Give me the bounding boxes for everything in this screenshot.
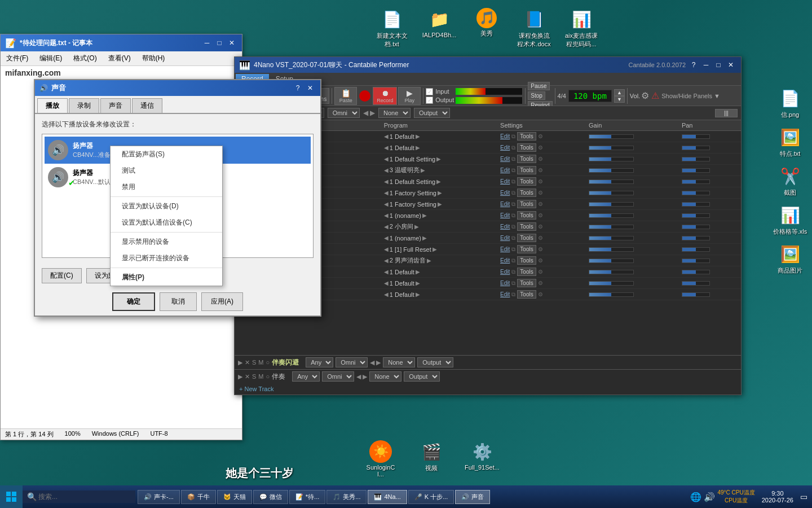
ctx-show-disconnected[interactable]: 显示已断开连接的设备 <box>111 250 222 266</box>
edit-link-12[interactable]: Edit <box>500 269 510 275</box>
edit-link-0[interactable]: Edit <box>500 133 510 139</box>
bpm-down-btn[interactable]: ▼ <box>614 96 625 103</box>
pan-slider-4[interactable] <box>682 179 710 184</box>
taskbar-item-4nano[interactable]: 🎹 4Na... <box>368 490 407 504</box>
filter-col-btn[interactable]: ||| <box>715 109 738 117</box>
tab-recording[interactable]: 录制 <box>69 98 99 113</box>
tools-btn-1[interactable]: Tools <box>517 143 536 152</box>
edit-link-14[interactable]: Edit <box>500 291 510 297</box>
tools-btn-4[interactable]: Tools <box>517 177 536 186</box>
prog-arrow-left-0[interactable]: ◀ <box>384 133 389 139</box>
prog-arrow-right-4[interactable]: ▶ <box>436 178 441 185</box>
tools-btn-11[interactable]: Tools <box>517 256 536 265</box>
alert-icon[interactable]: ⚠ <box>651 90 659 101</box>
prog-arrow-right-8[interactable]: ▶ <box>414 224 419 230</box>
settings-gear-icon-2[interactable]: ⚙ <box>538 156 543 162</box>
pan-slider-6[interactable] <box>682 202 710 207</box>
ctx-set-default-comm[interactable]: 设置为默认通信设备(C) <box>111 214 222 231</box>
track-s-icon[interactable]: S <box>252 359 256 366</box>
settings-copy-icon-14[interactable]: ⧉ <box>511 291 515 298</box>
input-checkbox[interactable]: ✓ <box>426 88 433 95</box>
pan-slider-0[interactable] <box>682 134 710 139</box>
notepad-menu-file[interactable]: 文件(F) <box>3 52 32 64</box>
settings-gear-icon-1[interactable]: ⚙ <box>538 144 543 151</box>
ctx-show-disabled[interactable]: 显示禁用的设备 <box>111 234 222 250</box>
settings-copy-icon-0[interactable]: ⧉ <box>511 133 515 140</box>
sound-dialog-help-btn[interactable]: ? <box>292 82 303 94</box>
gain-slider-8[interactable] <box>589 225 634 229</box>
gain-slider-12[interactable] <box>589 270 634 274</box>
pan-slider-2[interactable] <box>682 157 710 161</box>
ctx-test[interactable]: 测试 <box>111 163 222 179</box>
edit-link-1[interactable]: Edit <box>500 144 510 151</box>
prog-arrow-right-13[interactable]: ▶ <box>416 280 420 286</box>
record-indicator[interactable] <box>359 90 370 102</box>
apply-button[interactable]: 应用(A) <box>201 292 243 311</box>
ctx-configure-speaker[interactable]: 配置扬声器(S) <box>111 146 222 163</box>
pan-slider-5[interactable] <box>682 191 710 195</box>
cantabile-close-btn[interactable]: ✕ <box>725 59 736 71</box>
track2-none-select[interactable]: None <box>369 371 401 382</box>
prog-arrow-right-1[interactable]: ▶ <box>416 144 420 151</box>
settings-gear-icon-14[interactable]: ⚙ <box>538 291 543 297</box>
record-button[interactable]: ⏺ Record <box>373 87 397 105</box>
track-collapse-icon[interactable]: ▶ <box>238 359 242 366</box>
tools-btn-5[interactable]: Tools <box>517 189 536 197</box>
notepad-minimize-btn[interactable]: ─ <box>201 37 213 49</box>
desktop-icon-full91[interactable]: ⚙️ Full_91Set... <box>462 438 502 480</box>
prog-arrow-left-7[interactable]: ◀ <box>384 212 389 218</box>
gain-slider-13[interactable] <box>589 281 634 286</box>
cantabile-help-btn[interactable]: ? <box>688 59 699 71</box>
ok-button[interactable]: 确定 <box>112 292 155 311</box>
prog-arrow-right-0[interactable]: ▶ <box>416 133 420 139</box>
ctx-properties[interactable]: 属性(P) <box>111 269 222 286</box>
track2-collapse-icon[interactable]: ▶ <box>238 373 242 380</box>
tools-btn-9[interactable]: Tools <box>517 234 536 242</box>
notepad-menu-edit[interactable]: 编辑(E) <box>36 52 65 64</box>
gain-slider-1[interactable] <box>589 146 634 150</box>
settings-copy-icon-3[interactable]: ⧉ <box>511 167 515 174</box>
gain-slider-2[interactable] <box>589 157 634 161</box>
tools-btn-14[interactable]: Tools <box>517 290 536 299</box>
pan-slider-12[interactable] <box>682 270 710 274</box>
gain-slider-0[interactable] <box>589 134 634 139</box>
settings-copy-icon-10[interactable]: ⧉ <box>511 246 515 253</box>
tools-btn-10[interactable]: Tools <box>517 245 536 253</box>
gain-slider-4[interactable] <box>589 179 634 184</box>
settings-copy-icon-5[interactable]: ⧉ <box>511 190 515 196</box>
prog-arrow-right-10[interactable]: ▶ <box>433 246 437 252</box>
omni-filter-select[interactable]: Omni <box>328 108 360 118</box>
settings-copy-icon-2[interactable]: ⧉ <box>511 156 515 163</box>
track-m-icon[interactable]: M <box>258 359 263 366</box>
pan-slider-7[interactable] <box>682 213 710 218</box>
edit-link-3[interactable]: Edit <box>500 167 510 173</box>
edit-link-13[interactable]: Edit <box>500 280 510 286</box>
prog-arrow-left-3[interactable]: ◀ <box>384 167 389 173</box>
edit-link-9[interactable]: Edit <box>500 235 510 241</box>
track-x-icon[interactable]: ✕ <box>245 359 250 366</box>
prog-arrow-right-3[interactable]: ▶ <box>421 167 425 173</box>
tray-network-icon[interactable]: 🌐 <box>690 492 701 502</box>
cantabile-maximize-btn[interactable]: □ <box>713 59 724 71</box>
prog-arrow-right-2[interactable]: ▶ <box>436 156 441 162</box>
pan-slider-3[interactable] <box>682 168 710 173</box>
tools-btn-6[interactable]: Tools <box>517 200 536 208</box>
settings-copy-icon-11[interactable]: ⧉ <box>511 257 515 264</box>
notepad-menu-view[interactable]: 查看(V) <box>105 52 134 64</box>
settings-gear-icon-10[interactable]: ⚙ <box>538 246 543 252</box>
settings-copy-icon-7[interactable]: ⧉ <box>511 212 515 219</box>
configure-button[interactable]: 配置(C) <box>42 268 82 283</box>
edit-link-2[interactable]: Edit <box>500 156 510 162</box>
notepad-menu-help[interactable]: 帮助(H) <box>139 52 169 64</box>
prog-arrow-right-11[interactable]: ▶ <box>427 257 431 264</box>
prog-arrow-left-11[interactable]: ◀ <box>384 257 389 264</box>
prog-arrow-left-2[interactable]: ◀ <box>384 156 389 162</box>
gain-slider-10[interactable] <box>589 247 634 252</box>
gain-slider-9[interactable] <box>589 236 634 240</box>
track2-omni-select[interactable]: Omni <box>322 371 354 382</box>
settings-gear-icon-9[interactable]: ⚙ <box>538 235 543 241</box>
track2-circle-icon[interactable]: ○ <box>266 373 270 380</box>
edit-link-7[interactable]: Edit <box>500 212 510 218</box>
cancel-button[interactable]: 取消 <box>160 292 197 311</box>
desktop-icon-meishang[interactable]: 🎵 美秀 <box>467 6 506 51</box>
